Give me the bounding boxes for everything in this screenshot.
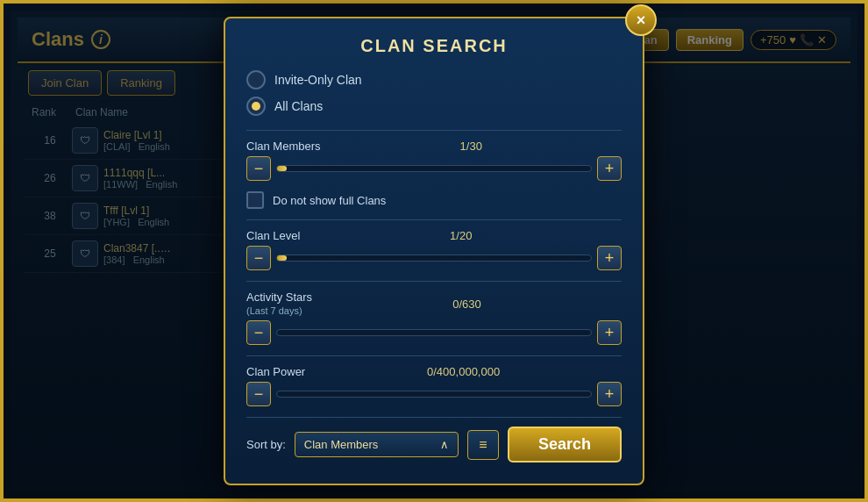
do-not-show-full-row[interactable]: Do not show full Clans <box>246 191 622 209</box>
clan-level-track[interactable] <box>276 255 592 262</box>
clan-level-label: Clan Level <box>246 229 300 242</box>
clan-power-label-row: Clan Power 0/400,000,000 <box>246 365 622 378</box>
sort-dropdown[interactable]: Clan Members ∧ <box>295 432 459 457</box>
clan-members-track[interactable] <box>276 165 592 172</box>
clan-members-minus[interactable]: − <box>246 156 271 181</box>
clan-level-minus[interactable]: − <box>246 246 271 270</box>
close-modal-button[interactable]: × <box>625 4 657 36</box>
activity-stars-track[interactable] <box>276 329 592 336</box>
activity-stars-label-row: Activity Stars (Last 7 days) 0/630 <box>246 290 622 317</box>
radio-circle-invite <box>246 70 266 90</box>
divider-3 <box>246 281 622 282</box>
clan-power-track[interactable] <box>276 391 592 398</box>
sort-row: Sort by: Clan Members ∧ ≡ Search <box>246 427 622 463</box>
activity-stars-controls: − + <box>246 320 622 345</box>
clan-members-label: Clan Members <box>246 140 321 153</box>
sort-selected: Clan Members <box>304 438 379 451</box>
clan-power-minus[interactable]: − <box>246 382 271 406</box>
divider-1 <box>246 130 622 131</box>
activity-stars-value: 0/630 <box>312 298 622 311</box>
activity-stars-section: Activity Stars (Last 7 days) 0/630 − + <box>246 290 622 345</box>
clan-level-section: Clan Level 1/20 − + <box>246 229 622 270</box>
outer-frame: Clans i Join Clan Ranking +750 ♥ 📞 ✕ Joi… <box>0 0 868 502</box>
modal-title: CLAN SEARCH <box>246 36 622 56</box>
clan-level-plus[interactable]: + <box>597 246 622 270</box>
clan-level-fill <box>277 255 287 261</box>
clan-members-plus[interactable]: + <box>597 156 622 181</box>
clan-power-plus[interactable]: + <box>597 382 622 406</box>
activity-stars-plus[interactable]: + <box>597 320 622 345</box>
activity-stars-minus[interactable]: − <box>246 320 271 345</box>
clan-power-section: Clan Power 0/400,000,000 − + <box>246 365 622 406</box>
radio-group: Invite-Only Clan All Clans <box>246 70 622 116</box>
do-not-show-full-label: Do not show full Clans <box>273 194 386 207</box>
clan-level-controls: − + <box>246 246 622 270</box>
clan-members-label-row: Clan Members 1/30 <box>246 140 622 153</box>
radio-invite-only[interactable]: Invite-Only Clan <box>246 70 622 90</box>
divider-4 <box>246 355 622 356</box>
radio-invite-label: Invite-Only Clan <box>274 73 362 87</box>
clan-power-label: Clan Power <box>246 365 305 378</box>
radio-circle-all <box>246 97 266 116</box>
clan-members-fill <box>277 166 287 171</box>
activity-stars-label: Activity Stars (Last 7 days) <box>246 290 312 317</box>
clan-power-value: 0/400,000,000 <box>305 365 622 378</box>
modal-overlay: CLAN SEARCH × Invite-Only Clan All Clans… <box>4 4 864 498</box>
sort-by-label: Sort by: <box>246 438 286 451</box>
radio-all-clans[interactable]: All Clans <box>246 97 622 116</box>
divider-2 <box>246 219 622 220</box>
clan-search-modal: CLAN SEARCH × Invite-Only Clan All Clans… <box>224 17 644 485</box>
clan-level-value: 1/20 <box>300 229 622 242</box>
clan-members-value: 1/30 <box>321 140 622 153</box>
do-not-show-full-checkbox[interactable] <box>246 191 264 209</box>
clan-members-section: Clan Members 1/30 − + <box>246 140 622 181</box>
radio-all-label: All Clans <box>274 99 323 113</box>
clan-power-controls: − + <box>246 382 622 406</box>
clan-members-controls: − + <box>246 156 622 181</box>
sort-order-button[interactable]: ≡ <box>467 430 499 460</box>
divider-5 <box>246 417 622 418</box>
search-button[interactable]: Search <box>508 427 622 463</box>
clan-level-label-row: Clan Level 1/20 <box>246 229 622 242</box>
chevron-up-icon: ∧ <box>440 438 449 451</box>
